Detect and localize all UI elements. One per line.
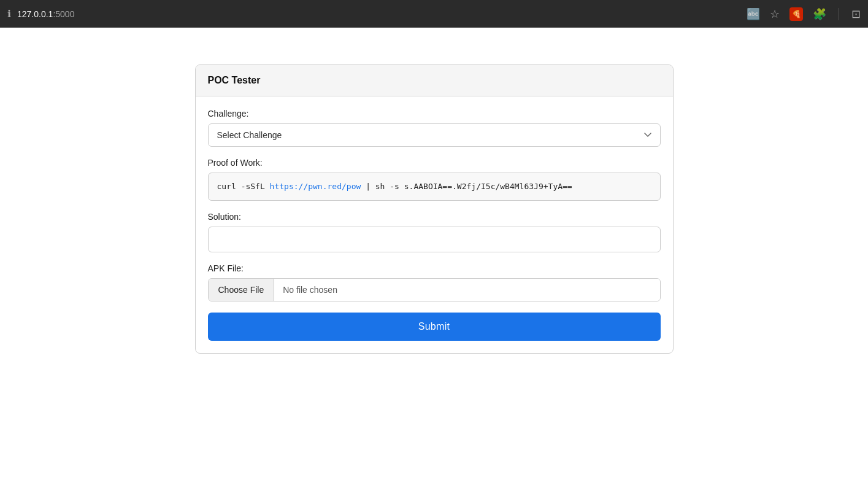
proof-text-end: | sh -s s.AABOIA==.W2fj/I5c/wB4Ml63J9+Ty… <box>361 182 572 191</box>
file-input-wrapper: Choose File No file chosen <box>208 278 661 301</box>
proof-of-work-group: Proof of Work: curl -sSfL https://pwn.re… <box>208 158 661 201</box>
challenge-select[interactable]: Select Challenge <box>208 123 661 147</box>
url-host: 127.0.0.1 <box>17 9 53 19</box>
apk-label: APK File: <box>208 263 661 273</box>
browser-bar: ℹ 127.0.0.1:5000 🔤 ☆ 🍕 🧩 ⊡ <box>0 0 868 28</box>
split-view-icon[interactable]: ⊡ <box>851 7 861 21</box>
solution-label: Solution: <box>208 212 661 222</box>
icon-divider <box>839 8 839 20</box>
proof-label: Proof of Work: <box>208 158 661 168</box>
reddit-extension-icon[interactable]: 🍕 <box>789 7 803 21</box>
choose-file-button[interactable]: Choose File <box>209 279 275 301</box>
submit-button[interactable]: Submit <box>208 313 661 341</box>
apk-file-group: APK File: Choose File No file chosen <box>208 263 661 301</box>
card-body: Challenge: Select Challenge Proof of Wor… <box>196 96 673 353</box>
info-icon[interactable]: ℹ <box>7 8 11 20</box>
solution-group: Solution: <box>208 212 661 252</box>
browser-url: 127.0.0.1:5000 <box>17 9 740 19</box>
proof-link[interactable]: https://pwn.red/pow <box>270 182 361 191</box>
url-port: :5000 <box>53 9 74 19</box>
challenge-label: Challenge: <box>208 109 661 119</box>
page-content: POC Tester Challenge: Select Challenge P… <box>0 28 868 482</box>
bookmark-icon[interactable]: ☆ <box>770 7 780 21</box>
translate-icon[interactable]: 🔤 <box>747 7 760 21</box>
challenge-group: Challenge: Select Challenge <box>208 109 661 147</box>
solution-input[interactable] <box>208 227 661 252</box>
card-title: POC Tester <box>208 75 261 85</box>
browser-icons: 🔤 ☆ 🍕 🧩 ⊡ <box>747 7 861 21</box>
card-header: POC Tester <box>196 65 673 96</box>
poc-tester-card: POC Tester Challenge: Select Challenge P… <box>195 64 674 354</box>
extensions-icon[interactable]: 🧩 <box>813 7 826 21</box>
file-name-display: No file chosen <box>274 279 659 301</box>
proof-of-work-box: curl -sSfL https://pwn.red/pow | sh -s s… <box>208 173 661 201</box>
proof-text-plain: curl -sSfL <box>217 182 270 191</box>
